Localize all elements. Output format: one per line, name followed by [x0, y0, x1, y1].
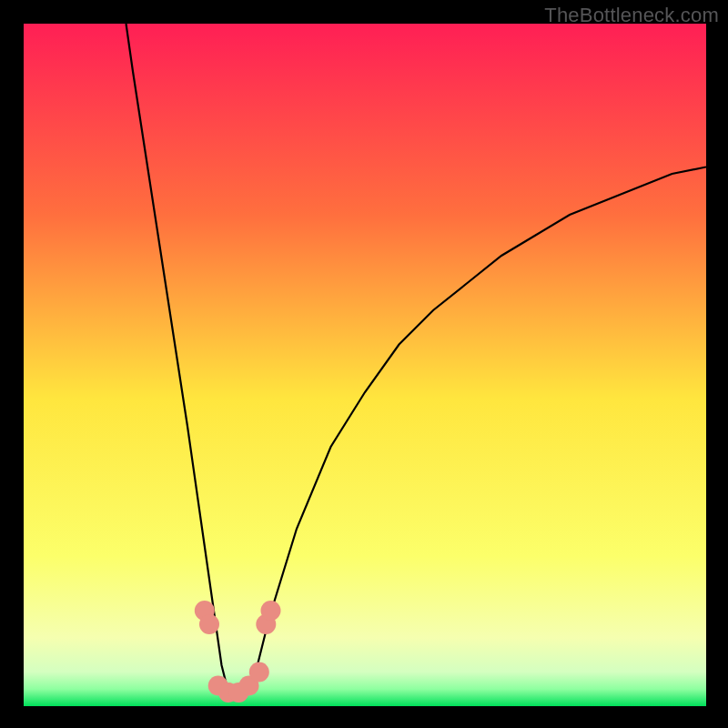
- chart-svg: [24, 24, 706, 706]
- attribution-watermark: TheBottleneck.com: [544, 4, 719, 27]
- data-marker: [249, 662, 269, 682]
- data-marker: [199, 614, 219, 634]
- gradient-background: [24, 24, 706, 706]
- data-marker: [261, 601, 281, 621]
- chart-frame: TheBottleneck.com: [0, 0, 728, 728]
- chart-plot-area: [24, 24, 706, 706]
